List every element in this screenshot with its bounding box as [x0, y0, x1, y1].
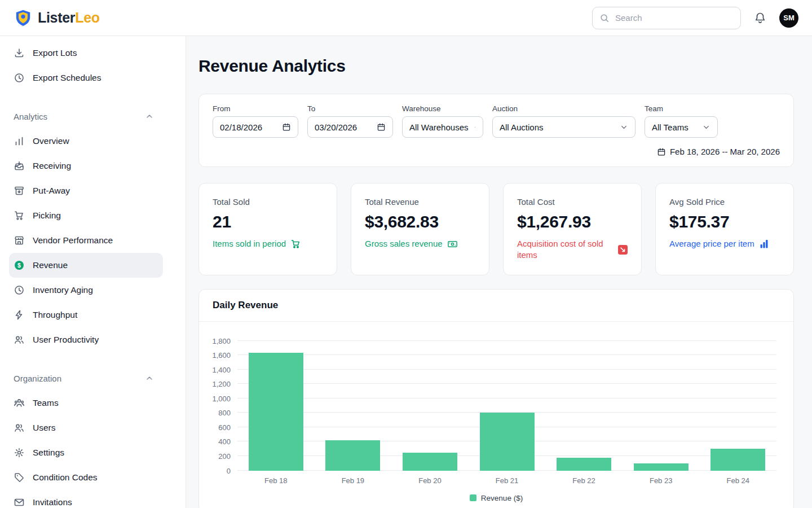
sidebar-item-vendor-performance[interactable]: Vendor Performance	[0, 228, 163, 253]
section-label: Organization	[14, 374, 61, 383]
sidebar-item-label: Vendor Performance	[33, 235, 113, 246]
bar-slot	[545, 341, 623, 471]
plot-area	[237, 341, 776, 471]
stat-value: $3,682.83	[365, 212, 475, 231]
stat-card-avg-sold-price: Avg Sold Price $175.37 Average price per…	[655, 183, 794, 275]
legend-swatch	[470, 494, 476, 501]
notifications-bell-icon[interactable]	[753, 11, 767, 25]
stat-caption: Average price per item	[669, 238, 780, 249]
sidebar-item-inventory-aging[interactable]: Inventory Aging	[0, 278, 163, 303]
sidebar-item-export-schedules[interactable]: Export Schedules	[0, 65, 163, 90]
user-avatar[interactable]: SM	[779, 8, 798, 28]
from-date-input[interactable]: 02/18/2026	[213, 116, 298, 138]
sidebar-item-throughput[interactable]: Throughput	[0, 303, 163, 327]
to-date-input[interactable]: 03/20/2026	[307, 116, 393, 138]
chart-card: Daily Revenue 02004006008001,0001,2001,4…	[198, 289, 794, 508]
chevron-down-icon	[620, 123, 628, 132]
cost-badge-icon	[618, 245, 628, 255]
stat-caption-text: Average price per item	[669, 238, 754, 249]
logo[interactable]: ListerLeo	[14, 8, 100, 28]
section-label: Analytics	[14, 112, 47, 121]
brand-accent: Leo	[75, 10, 100, 25]
auction-select[interactable]: All Auctions	[492, 116, 636, 138]
y-tick-label: 800	[218, 409, 231, 417]
dollar-circle-icon: $	[14, 260, 25, 271]
bar-slot	[623, 341, 700, 471]
sidebar-item-picking[interactable]: Picking	[0, 203, 163, 228]
filter-auction-label: Auction	[492, 104, 636, 113]
sidebar-item-label: Put-Away	[33, 186, 70, 196]
sidebar-item-overview[interactable]: Overview	[0, 129, 163, 154]
date-range-text: Feb 18, 2026 -- Mar 20, 2026	[670, 147, 780, 156]
chart-y-axis: 02004006008001,0001,2001,4001,6001,800	[205, 341, 237, 471]
sidebar-item-teams[interactable]: Teams	[0, 391, 163, 415]
bar-slot	[237, 341, 315, 471]
brand-name: ListerLeo	[38, 10, 100, 26]
sidebar-item-label: Revenue	[33, 260, 68, 270]
sidebar-item-label: Export Schedules	[33, 73, 102, 83]
chart-x-axis: Feb 18Feb 19Feb 20Feb 21Feb 22Feb 23Feb …	[237, 476, 776, 485]
sidebar-item-condition-codes[interactable]: Condition Codes	[0, 465, 163, 490]
sidebar-item-label: Picking	[33, 211, 61, 221]
x-tick-label: Feb 20	[391, 476, 469, 485]
clock-icon	[14, 284, 25, 296]
y-tick-label: 0	[227, 466, 231, 475]
sidebar-item-label: Users	[33, 423, 55, 433]
team-select[interactable]: All Teams	[645, 116, 718, 138]
envelope-icon	[14, 497, 25, 508]
stat-caption-text: Acquisition cost of sold items	[517, 238, 614, 261]
filter-warehouse-label: Warehouse	[402, 104, 483, 113]
filter-from-label: From	[213, 104, 298, 113]
bar-chart-icon	[759, 239, 769, 249]
y-tick-label: 1,400	[212, 365, 231, 374]
team-select-value: All Teams	[652, 122, 689, 132]
revenue-bar	[403, 453, 457, 471]
auction-select-value: All Auctions	[500, 122, 544, 132]
revenue-bar	[710, 449, 765, 470]
sidebar-item-users[interactable]: Users	[0, 415, 163, 440]
legend-label: Revenue ($)	[481, 494, 523, 502]
sidebar-item-label: Receiving	[33, 161, 71, 171]
x-tick-label: Feb 23	[623, 476, 700, 485]
search-input[interactable]	[614, 12, 734, 23]
search-icon	[599, 13, 610, 23]
bar-slot	[315, 341, 392, 471]
chevron-up-icon	[145, 112, 154, 121]
warehouse-select[interactable]: All Warehouses	[402, 116, 483, 138]
y-tick-label: 1,200	[212, 380, 231, 388]
sidebar-item-put-away[interactable]: Put-Away	[0, 178, 163, 203]
stat-caption-text: Items sold in period	[213, 238, 286, 249]
cart-icon	[14, 210, 25, 221]
page-title: Revenue Analytics	[198, 56, 794, 76]
sidebar-section-organization[interactable]: Organization	[0, 366, 163, 391]
tag-icon	[14, 472, 25, 483]
archive-box-icon	[14, 185, 25, 196]
sidebar-item-revenue[interactable]: $ Revenue	[9, 253, 163, 278]
stat-value: $175.37	[669, 212, 780, 231]
from-date-value: 02/18/2026	[220, 122, 262, 132]
sidebar-item-invitations[interactable]: Invitations	[0, 490, 163, 508]
sidebar-item-label: User Productivity	[33, 335, 99, 345]
sidebar-item-label: Settings	[33, 448, 64, 458]
chevron-down-icon	[474, 123, 476, 132]
stat-value: $1,267.93	[517, 212, 628, 231]
team-icon	[14, 397, 25, 409]
filter-to: To 03/20/2026	[307, 104, 393, 138]
y-tick-label: 1,000	[212, 394, 231, 402]
filter-team-label: Team	[645, 104, 718, 113]
filter-team: Team All Teams	[645, 104, 718, 138]
filter-card: From 02/18/2026 To 03/20/2026	[198, 94, 794, 167]
x-tick-label: Feb 24	[699, 476, 776, 485]
revenue-bar	[634, 463, 689, 471]
chart-body: 02004006008001,0001,2001,4001,6001,800 F…	[199, 322, 793, 485]
sidebar-section-analytics[interactable]: Analytics	[0, 104, 163, 129]
bar-slot	[391, 341, 469, 471]
sidebar-item-settings[interactable]: Settings	[0, 440, 163, 465]
sidebar-item-receiving[interactable]: Receiving	[0, 154, 163, 178]
clock-icon	[14, 72, 25, 84]
sidebar-item-label: Throughput	[33, 310, 77, 320]
sidebar-item-export-lots[interactable]: Export Lots	[0, 41, 163, 65]
sidebar-item-user-productivity[interactable]: User Productivity	[0, 327, 163, 352]
calendar-icon	[282, 122, 291, 132]
svg-text:$: $	[17, 262, 21, 269]
